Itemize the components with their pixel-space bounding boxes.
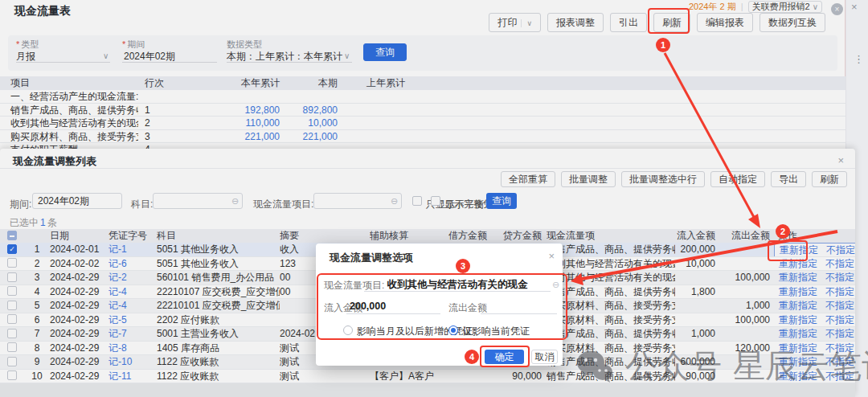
modal-inflow-value[interactable]: 200,000: [350, 301, 386, 312]
modal-title: 现金流量调整选项: [330, 251, 413, 265]
screen: × ⋮ 现金流量表 2024年 2 期 | 关联费用报销2 ∨ × 打印∨ 报表…: [0, 0, 868, 397]
clear-icon[interactable]: ⊖: [552, 280, 559, 290]
cancel-button[interactable]: 取消: [531, 350, 558, 364]
modal-item-value[interactable]: 收到其他与经营活动有关的现金: [364, 278, 551, 292]
radio-affect-current[interactable]: [448, 325, 458, 335]
adjust-options-modal: 现金流量调整选项 × 现金流量项目: 收到其他与经营活动有关的现金 ⊖ 流入金额…: [316, 244, 563, 366]
confirm-button[interactable]: 确定: [485, 350, 524, 364]
radio-affect-current-label: 仅影响当前凭证: [462, 325, 530, 338]
radio-affect-future[interactable]: [343, 325, 353, 335]
modal-close-icon[interactable]: ×: [548, 250, 555, 262]
